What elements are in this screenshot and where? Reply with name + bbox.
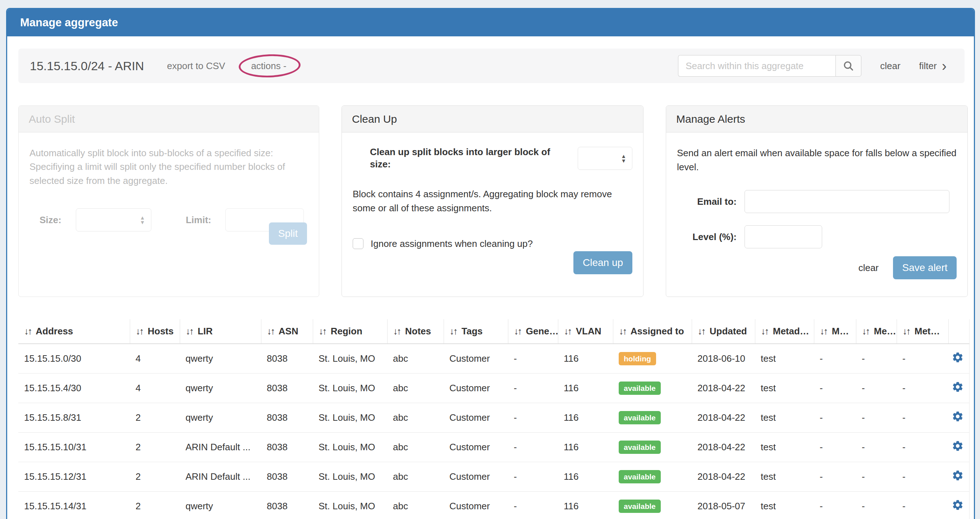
cell-m1: -: [814, 403, 856, 433]
cell-asn: 8038: [261, 492, 313, 519]
cell-notes: abc: [387, 462, 444, 492]
column-header-tags[interactable]: ↓↑ Tags: [444, 319, 508, 344]
status-badge: available: [619, 470, 661, 483]
action-panels: Auto Split Automatically split block int…: [18, 105, 964, 297]
sort-icon: ↓↑: [514, 326, 521, 337]
export-to-csv-link[interactable]: export to CSV: [167, 61, 225, 72]
column-header-assignedto[interactable]: ↓↑ Assigned to: [613, 319, 692, 344]
column-header-address[interactable]: ↓↑ Address: [18, 319, 130, 344]
clean-up-size-row: Clean up split blocks into larger block …: [353, 146, 632, 171]
cell-notes: abc: [387, 433, 444, 462]
column-header-lir[interactable]: ↓↑ LIR: [180, 319, 261, 344]
auto-split-heading: Auto Split: [19, 106, 319, 133]
clean-up-body: Clean up split blocks into larger block …: [342, 133, 643, 297]
row-settings-button[interactable]: [951, 469, 964, 483]
row-settings-button[interactable]: [951, 381, 964, 394]
cell-updated: 2018-04-22: [692, 462, 755, 492]
chevron-right-icon: ›: [942, 61, 947, 70]
level-label: Level (%):: [677, 232, 745, 243]
actions-dropdown-label[interactable]: actions -: [251, 61, 286, 71]
search-input[interactable]: [678, 55, 835, 77]
cell-m1: -: [814, 344, 856, 374]
manage-alerts-body: Send an alert email when available space…: [666, 133, 967, 297]
column-header-met[interactable]: ↓↑ Met…: [897, 319, 948, 344]
clean-up-button[interactable]: Clean up: [573, 251, 632, 274]
column-header-updated[interactable]: ↓↑ Updated: [692, 319, 755, 344]
table-row: 15.15.15.14/312qwerty8038St. Louis, MOab…: [18, 492, 969, 519]
cell-actions: [948, 462, 969, 492]
sort-icon: ↓↑: [450, 326, 457, 337]
cell-tags: Customer: [444, 433, 508, 462]
alerts-clear-link[interactable]: clear: [859, 262, 879, 273]
auto-split-panel: Auto Split Automatically split block int…: [18, 105, 319, 297]
column-header-asn[interactable]: ↓↑ ASN: [261, 319, 313, 344]
column-header-hosts[interactable]: ↓↑ Hosts: [130, 319, 180, 344]
sort-icon: ↓↑: [903, 326, 910, 337]
cell-updated: 2018-04-22: [692, 403, 755, 433]
split-button[interactable]: Split: [269, 222, 307, 245]
aggregate-toolbar: 15.15.15.0/24 - ARIN export to CSV actio…: [18, 49, 964, 83]
column-header-me[interactable]: ↓↑ Me…: [856, 319, 897, 344]
cell-lir: qwerty: [180, 492, 261, 519]
auto-split-body: Automatically split block into sub-block…: [19, 133, 319, 297]
gear-icon: [951, 469, 964, 482]
ignore-assignments-label: Ignore assignments when cleaning up?: [371, 238, 533, 249]
filter-label[interactable]: filter: [919, 61, 937, 72]
cell-address: 15.15.15.8/31: [18, 403, 130, 433]
column-header-m[interactable]: ↓↑ M…: [814, 319, 856, 344]
status-badge: available: [619, 382, 661, 395]
cell-hosts: 2: [130, 492, 180, 519]
manage-alerts-description: Send an alert email when available space…: [677, 146, 957, 174]
column-header-gene[interactable]: ↓↑ Gene…: [508, 319, 558, 344]
cell-vlan: 116: [558, 492, 613, 519]
clean-up-size-select[interactable]: ▲▼: [578, 147, 632, 170]
aggregate-title: 15.15.15.0/24 - ARIN: [30, 59, 144, 73]
cell-gene: -: [508, 344, 558, 374]
column-header-metad[interactable]: ↓↑ Metad…: [755, 319, 814, 344]
cell-m3: -: [897, 403, 948, 433]
ignore-assignments-checkbox[interactable]: [353, 238, 363, 249]
cell-vlan: 116: [558, 462, 613, 492]
cell-actions: [948, 403, 969, 433]
manage-alerts-heading: Manage Alerts: [666, 106, 967, 133]
cell-hosts: 2: [130, 403, 180, 433]
cell-tags: Customer: [444, 403, 508, 433]
sort-icon: ↓↑: [136, 326, 143, 337]
clean-up-title: Clean Up: [352, 113, 397, 125]
cell-m3: -: [897, 433, 948, 462]
cell-vlan: 116: [558, 403, 613, 433]
column-header-notes[interactable]: ↓↑ Notes: [387, 319, 444, 344]
cell-m2: -: [856, 403, 897, 433]
cell-hosts: 2: [130, 433, 180, 462]
cell-address: 15.15.15.14/31: [18, 492, 130, 519]
level-input[interactable]: [745, 225, 822, 248]
table-row: 15.15.15.8/312qwerty8038St. Louis, MOabc…: [18, 403, 969, 433]
cell-vlan: 116: [558, 374, 613, 403]
size-select[interactable]: ▲▼: [76, 208, 151, 232]
search-button[interactable]: [835, 55, 861, 77]
cell-hosts: 4: [130, 344, 180, 374]
window-header: Manage aggregate: [7, 9, 974, 36]
email-to-input[interactable]: [745, 190, 950, 213]
cell-m1: -: [814, 462, 856, 492]
cell-region: St. Louis, MO: [313, 433, 387, 462]
search-clear-link[interactable]: clear: [880, 61, 900, 72]
row-settings-button[interactable]: [951, 410, 964, 424]
column-header-vlan[interactable]: ↓↑ VLAN: [558, 319, 613, 344]
status-badge: available: [619, 411, 661, 424]
filter-toggle[interactable]: filter ›: [919, 61, 947, 72]
row-settings-button[interactable]: [951, 499, 964, 512]
row-settings-button[interactable]: [951, 351, 964, 365]
cell-asn: 8038: [261, 344, 313, 374]
column-header-region[interactable]: ↓↑ Region: [313, 319, 387, 344]
manage-alerts-title: Manage Alerts: [676, 113, 745, 125]
sort-icon: ↓↑: [24, 326, 31, 337]
cell-updated: 2018-04-22: [692, 374, 755, 403]
save-alert-button[interactable]: Save alert: [893, 256, 957, 279]
auto-split-title: Auto Split: [29, 113, 75, 125]
actions-dropdown[interactable]: actions -: [251, 61, 286, 72]
sort-icon: ↓↑: [619, 326, 626, 337]
row-settings-button[interactable]: [951, 440, 964, 453]
page-title: Manage aggregate: [20, 16, 118, 29]
status-badge: available: [619, 441, 661, 454]
